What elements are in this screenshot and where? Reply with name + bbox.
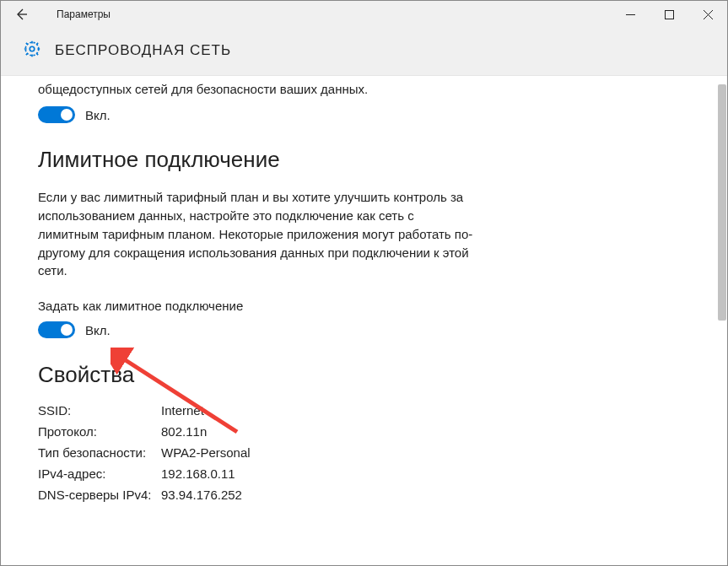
svg-rect-0 [665,10,673,19]
metered-section-desc: Если у вас лимитный тарифный план и вы х… [38,188,477,280]
svg-point-1 [30,46,35,51]
prop-key: SSID: [38,403,161,418]
prop-val: Internet [161,403,477,418]
prop-row: DNS-серверы IPv4: 93.94.176.252 [38,488,477,502]
prop-val: 192.168.0.11 [161,466,477,481]
metered-toggle-label: Вкл. [85,323,111,337]
gear-icon [23,40,41,62]
page-title: БЕСПРОВОДНАЯ СЕТЬ [55,42,231,59]
page-header: БЕСПРОВОДНАЯ СЕТЬ [1,28,727,76]
public-network-desc-fragment: общедоступных сетей для безопасности ваш… [38,81,477,98]
close-button[interactable] [688,1,727,28]
properties-section-title: Свойства [38,362,477,388]
public-toggle-label: Вкл. [85,108,111,122]
metered-toggle-row: Вкл. [38,321,477,338]
public-network-toggle[interactable] [38,106,75,123]
prop-row: IPv4-адрес: 192.168.0.11 [38,466,477,481]
metered-sub-label: Задать как лимитное подключение [38,299,477,313]
prop-key: IPv4-адрес: [38,466,161,481]
prop-key: Протокол: [38,424,161,439]
prop-val: WPA2-Personal [161,445,477,460]
properties-table: SSID: Internet Протокол: 802.11n Тип без… [38,403,477,502]
metered-section-title: Лимитное подключение [38,147,477,173]
titlebar: Параметры [1,1,727,28]
scrollbar-thumb[interactable] [718,84,726,321]
prop-row: SSID: Internet [38,403,477,418]
back-button[interactable] [8,1,35,28]
prop-row: Протокол: 802.11n [38,424,477,439]
svg-point-2 [25,42,39,56]
prop-key: DNS-серверы IPv4: [38,488,161,502]
close-icon [704,10,713,19]
content-area: общедоступных сетей для безопасности ваш… [1,76,727,566]
prop-val: 93.94.176.252 [161,488,477,502]
minimize-icon [626,10,635,19]
prop-val: 802.11n [161,424,477,439]
maximize-icon [665,10,674,19]
arrow-left-icon [14,8,28,21]
public-network-toggle-row: Вкл. [38,106,477,123]
metered-toggle[interactable] [38,321,75,338]
prop-key: Тип безопасности: [38,445,161,460]
app-title: Параметры [57,8,111,20]
window-controls [611,1,727,28]
minimize-button[interactable] [611,1,650,28]
maximize-button[interactable] [650,1,688,28]
prop-row: Тип безопасности: WPA2-Personal [38,445,477,460]
